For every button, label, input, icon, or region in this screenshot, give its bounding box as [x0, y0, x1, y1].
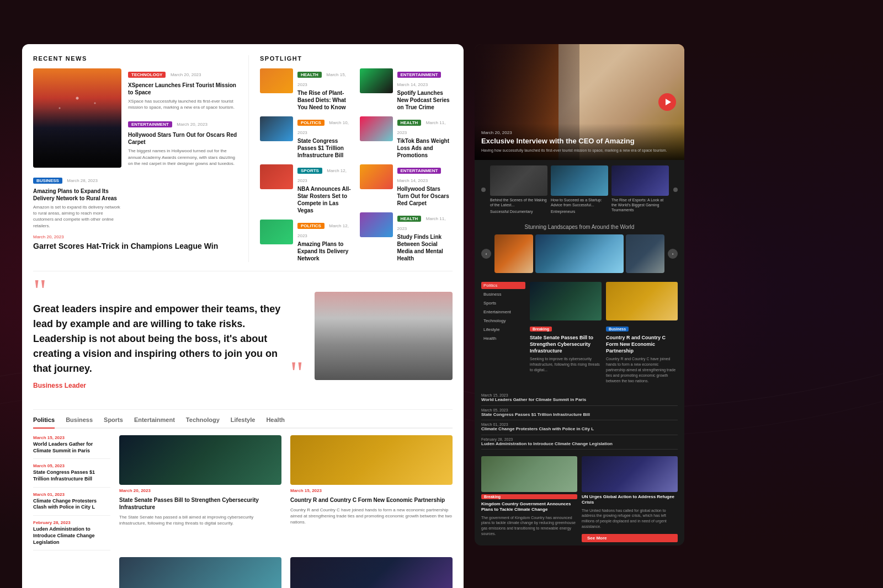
see-more-button[interactable]: See More: [582, 534, 678, 542]
main-news-image: [33, 68, 121, 168]
bra-item-2: UN Urges Global Action to Address Refuge…: [582, 456, 678, 542]
sp-title-5: Spotify Launches New Podcast Series on T…: [397, 89, 453, 111]
carousel-thumbs: Behind the Scenes of the Making of the L…: [490, 165, 669, 214]
article-title-1: State Senate Passes Bill to Strengthen C…: [119, 496, 281, 511]
carousel-subtext-2: Entrepreneurs: [551, 209, 608, 214]
landscape-img-castle: [535, 234, 624, 273]
sp-tag-7: Entertainment: [397, 168, 442, 174]
woman-image: [315, 292, 453, 380]
play-button[interactable]: [658, 93, 676, 111]
spotlight-right: Entertainment March 14, 2023 Spotify Lau…: [360, 68, 453, 262]
landscape-arrow-right[interactable]: ›: [668, 249, 678, 259]
carousel-left-dot[interactable]: [481, 188, 486, 192]
sp-title-4: Amazing Plans to Expand Its Delivery Net…: [297, 240, 353, 262]
spotlight-info-7: Entertainment March 14, 2023 Hollywood S…: [397, 164, 453, 207]
tab-business[interactable]: Business: [66, 416, 93, 427]
bra-badge-1: Breaking: [481, 494, 577, 499]
tab-lifestyle[interactable]: Lifestyle: [231, 416, 256, 427]
sidebar-title-1: World Leaders Gather for Climate Summit …: [33, 441, 110, 454]
landscape-img-people: [494, 234, 533, 273]
sidebar-title-4: Luden Administration to Introduce Climat…: [33, 526, 110, 546]
carousel-right-dot[interactable]: [673, 188, 678, 192]
sidebar-date-4: February 28, 2023: [33, 520, 110, 525]
main-news-caption: March 20, 2023 Garret Scores Hat-Trick i…: [33, 234, 237, 251]
rli-title-4: Luden Administration to Introduce Climat…: [481, 441, 678, 447]
spotlight-item-1: Health March 15, 2023 The Rise of Plant-…: [260, 68, 353, 111]
spotlight-item-5: Entertainment March 14, 2023 Spotify Lau…: [360, 68, 453, 111]
cat-entertainment[interactable]: Entertainment: [481, 308, 525, 316]
categories-section: Politics Business Sports Entertainment T…: [475, 277, 684, 388]
main-news-date: March 20, 2023: [33, 234, 237, 239]
rli-title-1: World Leaders Gather for Climate Summit …: [481, 397, 678, 403]
landscapes-heading: Stunning Landscapes from Around the Worl…: [481, 224, 678, 230]
tab-technology[interactable]: Technology: [186, 416, 220, 427]
tab-health[interactable]: Health: [266, 416, 285, 427]
recent-news-grid: Technology March 20, 2023 XSpencer Launc…: [33, 68, 237, 229]
sp-date-7: March 14, 2023: [397, 178, 428, 183]
sp-title-7: Hollywood Stars Turn Out for Oscars Red …: [397, 185, 453, 207]
sp-tag-5: Entertainment: [397, 72, 442, 78]
tab-sports[interactable]: Sports: [104, 416, 123, 427]
sidebar-item-2: March 05, 2023 State Congress Passes $1 …: [33, 463, 110, 487]
article-thumb-2: [290, 435, 453, 485]
sidebar-item-3: March 01, 2023 Climate Change Protesters…: [33, 492, 110, 516]
cat-business[interactable]: Business: [481, 291, 525, 298]
small-article-1: Technology March 20, 2023 XSpencer Launc…: [128, 68, 237, 111]
article-thumb-3: [119, 557, 281, 588]
sp-title-2: State Congress Passes $1 Trillion Infras…: [297, 137, 353, 159]
cat-sports[interactable]: Sports: [481, 300, 525, 307]
desc-3: Amazon is set to expand its delivery net…: [33, 204, 121, 229]
desc-2: The biggest names in Hollywood turned ou…: [128, 148, 237, 167]
spotlight-thumb-7: [360, 164, 393, 189]
left-panel: RECENT NEWS Technology March 20, 2023 XS…: [22, 44, 464, 588]
spotlight-item-7: Entertainment March 14, 2023 Hollywood S…: [360, 164, 453, 207]
desc-1: XSpace has successfully launched its fir…: [128, 98, 237, 110]
tab-politics[interactable]: Politics: [33, 416, 55, 429]
right-list-item-4: February 28, 2023 Luden Administration t…: [481, 435, 678, 450]
bra-title-1: Kingdom Country Government Announces Pla…: [481, 501, 577, 513]
cat-technology[interactable]: Technology: [481, 317, 525, 324]
sidebar-date-2: March 05, 2023: [33, 463, 110, 468]
title-1: XSpencer Launches First Tourist Mission …: [128, 82, 237, 96]
bottom-article-1: March 20, 2023 State Senate Passes Bill …: [119, 435, 281, 550]
spotlight-item-8: Health March 11, 2023 Study Finds Link B…: [360, 212, 453, 262]
carousel-subtext-1: Successful Documentary: [490, 209, 547, 214]
right-list-item-2: March 05, 2023 State Congress Passes $1 …: [481, 406, 678, 420]
spotlight-section: SPOTLIGHT Health March 15, 2023 The Rise…: [248, 55, 453, 262]
carousel-img-3: [611, 165, 669, 196]
rli-title-3: Climate Change Protesters Clash with Pol…: [481, 426, 678, 432]
right-article-badge-2: Business: [606, 327, 629, 332]
sidebar-date-3: March 01, 2023: [33, 492, 110, 497]
bra-thumb-1: [481, 456, 577, 492]
bra-desc-2: The United Nations has called for global…: [582, 508, 678, 530]
quote-text: Great leaders inspire and empower their …: [33, 302, 304, 376]
rli-date-1: March 15, 2023: [481, 393, 678, 397]
right-article-title-2: Country R and Country C Form New Economi…: [606, 335, 678, 354]
carousel-text-3: The Rise of Esports: A Look at the World…: [611, 197, 669, 212]
bottom-article-3: February 28, 2023 Kingdom Country Govern…: [119, 557, 281, 588]
tab-entertainment[interactable]: Entertainment: [134, 416, 175, 427]
sidebar-date-1: March 15, 2023: [33, 435, 110, 440]
cat-politics[interactable]: Politics: [481, 282, 525, 289]
sp-date-5: March 14, 2023: [397, 82, 428, 87]
article-desc-2: Country R and Country C have joined hand…: [290, 507, 453, 526]
spotlight-thumb-4: [260, 220, 293, 244]
quote-image: [315, 292, 453, 380]
bra-item-1: Breaking Kingdom Country Government Anno…: [481, 456, 577, 542]
spotlight-info-6: Health March 11, 2023 TikTok Bans Weight…: [397, 116, 453, 159]
sp-title-1: The Rise of Plant-Based Diets: What You …: [297, 89, 353, 111]
spotlight-info-5: Entertainment March 14, 2023 Spotify Lau…: [397, 68, 453, 111]
spotlight-thumb-2: [260, 116, 293, 141]
spotlight-grid: Health March 15, 2023 The Rise of Plant-…: [260, 68, 453, 262]
sidebar-title-2: State Congress Passes $1 Trillion Infras…: [33, 469, 110, 482]
spotlight-title: SPOTLIGHT: [260, 55, 453, 62]
tag-business-1: Business: [33, 178, 62, 184]
landscape-arrow-left[interactable]: ‹: [481, 249, 491, 259]
carousel-thumb-2: How to Succeed as a Startup: Advice from…: [551, 165, 608, 214]
cat-health[interactable]: Health: [481, 335, 525, 342]
article-thumb-4: [290, 557, 453, 588]
rli-date-2: March 05, 2023: [481, 408, 678, 412]
categories-list: Politics Business Sports Entertainment T…: [481, 282, 525, 383]
featured-label: March 20, 2023: [481, 130, 678, 135]
cat-lifestyle[interactable]: Lifestyle: [481, 326, 525, 333]
